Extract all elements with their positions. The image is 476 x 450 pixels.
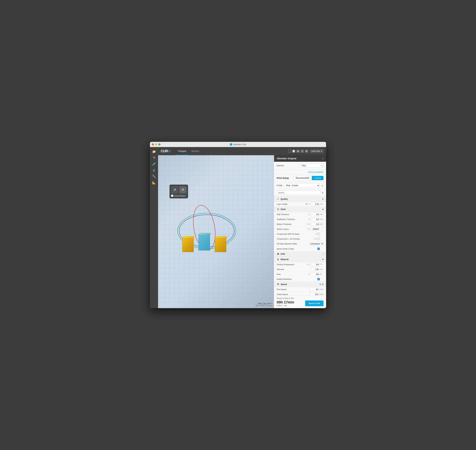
wall-reset-icon[interactable]: ↺ xyxy=(308,213,310,216)
compensate-wall-checkbox[interactable] xyxy=(317,233,320,235)
topbottom-reset-icon[interactable]: ↺ xyxy=(308,218,310,220)
print-speed-input[interactable] xyxy=(310,288,319,291)
flow-name: Flow xyxy=(277,273,308,275)
flow-input[interactable] xyxy=(311,273,320,276)
tab-prepare[interactable]: Prepare xyxy=(175,147,189,155)
bottom-thickness-input[interactable] xyxy=(311,223,320,226)
setup-tabs: Recommended Custom xyxy=(293,176,324,180)
enable-retraction-checkbox[interactable] xyxy=(317,278,320,280)
topbar: CURA• Prepare Monitor ⬛ ⬜ ▣ ⚙ ▦ Solid v xyxy=(158,147,326,155)
titlebar: Ultimaker Cura xyxy=(150,142,326,147)
compensate-wall-reset-icon[interactable]: ↺ xyxy=(315,233,317,235)
layer-height-reset-icon[interactable]: ↺ xyxy=(308,203,310,205)
search-menu-icon[interactable]: ≡ xyxy=(322,191,324,194)
3d-object-center[interactable] xyxy=(199,234,210,250)
view-mode-dropdown[interactable]: Solid view ▾ xyxy=(310,149,324,153)
tab-monitor[interactable]: Monitor xyxy=(189,147,202,155)
print-speed-name: Print Speed xyxy=(277,288,309,290)
sidebar-icon-flask[interactable]: ⚗ xyxy=(151,155,157,161)
bottom-layers-reset-icon[interactable]: ↺ xyxy=(307,228,308,230)
3d-object-left[interactable] xyxy=(182,237,194,252)
check-compatibility-link[interactable]: Check compatibility xyxy=(308,171,324,173)
flow-reset-icon[interactable]: ↺ xyxy=(308,273,310,275)
settings-view-icon[interactable]: ⚙ xyxy=(301,149,304,153)
sidebar-icon-material[interactable]: 🔧 xyxy=(151,173,157,179)
travel-speed-name: Travel Speed xyxy=(277,293,309,295)
print-temp-info-icon[interactable]: ℹ xyxy=(309,263,310,266)
topbottom-input[interactable] xyxy=(311,218,320,221)
fill-gaps-select[interactable]: Everywhere Nowhere xyxy=(309,242,324,245)
section-speed[interactable]: ⏱ Speed ⚙ ▾ xyxy=(274,282,326,287)
viewport-info: UMO_clip1-v4b ✎ 46.7 x 22.1 x 4.7 mm xyxy=(255,302,272,307)
profile-star-icon[interactable]: ★ xyxy=(321,184,324,187)
printer-name: Ultimaker Original xyxy=(277,157,296,160)
settings-scroll[interactable]: ≡ Quality ▾ Layer Height 🔗 ↺ xyxy=(274,196,326,296)
ignore-z-gaps-checkbox[interactable] xyxy=(317,248,320,250)
sidebar-icon-folder[interactable]: 📁 xyxy=(151,149,157,154)
edit-filename-icon[interactable]: ✎ xyxy=(271,302,272,305)
diameter-name: Diameter xyxy=(277,268,310,270)
printer-chevron-icon[interactable]: ▾ xyxy=(322,157,324,160)
section-infill[interactable]: ⊠ Infill ‹ xyxy=(274,251,326,257)
sidebar-icon-support[interactable]: 📐 xyxy=(151,180,157,186)
material-chevron: ▾ xyxy=(322,258,324,261)
section-shell[interactable]: ⬡ Shell ▾ xyxy=(274,207,326,212)
compensate-all-reset-icon[interactable]: ↺ xyxy=(313,237,315,240)
print-setup-header: Print Setup Recommended Custom xyxy=(274,174,326,182)
layers-view-icon[interactable]: ⬜ xyxy=(292,149,295,153)
setting-travel-speed: Travel Speed mm/s xyxy=(274,292,326,296)
setting-compensate-wall: Compensate Wall Overlaps ↺ xyxy=(274,231,326,237)
cube-view-icon[interactable]: ⬛ xyxy=(288,149,291,153)
print-temp-input[interactable] xyxy=(311,263,320,266)
bottom-layers-input[interactable] xyxy=(311,228,320,231)
section-quality[interactable]: ≡ Quality ▾ xyxy=(274,196,326,202)
close-button[interactable] xyxy=(152,143,154,145)
app-icon xyxy=(230,143,232,146)
speed-gear-icon[interactable]: ⚙ xyxy=(319,283,321,285)
grid-view-icon[interactable]: ▦ xyxy=(305,149,308,153)
setting-print-speed: Print Speed mm/s xyxy=(274,287,326,292)
material-select[interactable]: PLA ABS PETG xyxy=(301,164,324,168)
setting-fill-gaps: Fill Gaps Between Walls Everywhere Nowhe… xyxy=(274,241,326,246)
quality-icon: ≡ xyxy=(277,198,279,200)
wireframe-view-icon[interactable]: ▣ xyxy=(296,149,300,153)
print-time: 00h 17min xyxy=(277,300,294,304)
bottom-thickness-reset-icon[interactable]: ↺ xyxy=(307,223,308,225)
travel-speed-input[interactable] xyxy=(310,293,319,296)
diameter-input[interactable] xyxy=(311,268,320,271)
compensate-wall-name: Compensate Wall Overlaps xyxy=(277,233,315,235)
sidebar-icon-tube[interactable]: 🧪 xyxy=(151,161,157,167)
wall-thickness-input[interactable] xyxy=(311,213,320,216)
ready-text: Ready to Save to File xyxy=(277,297,324,299)
layer-height-name: Layer Height xyxy=(277,203,305,205)
layer-height-input[interactable] xyxy=(311,203,320,206)
layer-height-link-icon[interactable]: 🔗 xyxy=(305,203,308,205)
profile-select[interactable]: Fine – 0.1mm Normal – 0.2mm Draft – 0.3m… xyxy=(284,183,319,188)
3d-object-right[interactable] xyxy=(215,237,226,252)
bottom-thickness-info-icon[interactable]: ℹ xyxy=(309,223,310,225)
check-compat-row: Check compatibility xyxy=(274,170,326,174)
compensate-all-info-icon[interactable]: ℹ xyxy=(316,237,317,240)
bottom-thickness-name: Bottom Thickness xyxy=(277,223,307,225)
rotate-x-button[interactable]: ↺ xyxy=(171,186,178,193)
speed-label: Speed xyxy=(281,283,287,285)
search-input[interactable] xyxy=(277,191,321,195)
minimize-button[interactable] xyxy=(155,143,157,145)
print-temp-reset-icon[interactable]: ↺ xyxy=(307,263,308,266)
file-dimensions: 46.7 x 22.1 x 4.7 mm xyxy=(255,305,272,307)
bottom-layers-info-icon[interactable]: ℹ xyxy=(309,228,310,230)
rotation-popup: ↺ ⟳ Snap Rotation xyxy=(169,184,188,198)
tab-custom[interactable]: Custom xyxy=(312,176,324,180)
compensate-all-checkbox[interactable] xyxy=(317,238,320,240)
tab-recommended[interactable]: Recommended xyxy=(293,176,311,180)
sidebar-icon-print[interactable]: 🖨 xyxy=(151,167,157,173)
snap-rotation-checkbox[interactable] xyxy=(171,195,173,197)
setting-topbottom-thickness: Top/Bottom Thickness ↺ mm xyxy=(274,217,326,222)
setting-print-temp: Printing Temperature ↺ ℹ °C xyxy=(274,262,326,267)
objects-container xyxy=(176,210,238,259)
maximize-button[interactable] xyxy=(158,143,161,145)
section-material[interactable]: ||| Material ▾ xyxy=(274,257,326,262)
print-setup-label: Print Setup xyxy=(277,177,289,179)
save-to-file-button[interactable]: Save to File xyxy=(305,301,324,306)
rotate-y-button[interactable]: ⟳ xyxy=(179,186,187,193)
